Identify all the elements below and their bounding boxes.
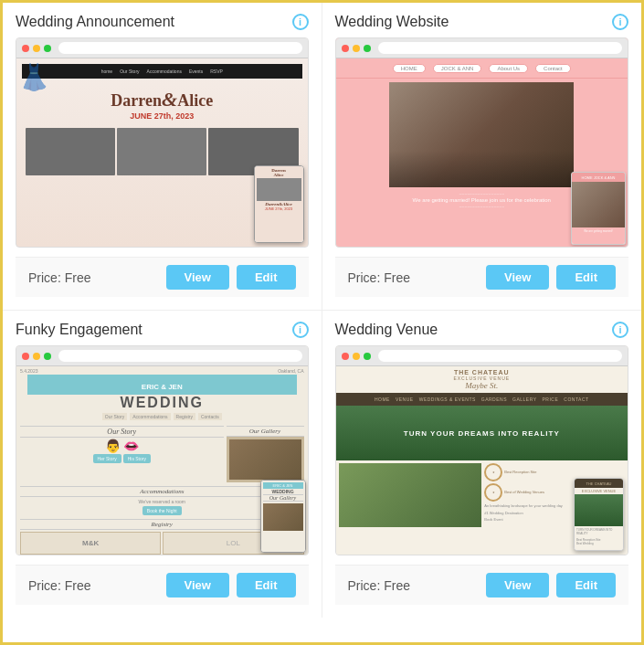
tablet-content-2: We are getting married! <box>572 227 625 235</box>
tablet-text-2: We are getting married! <box>574 229 623 233</box>
nav-item-rsvp: RSVP <box>210 69 223 74</box>
browser-dot-yellow-4 <box>353 353 360 360</box>
nav-item-story: Our Story <box>120 69 139 74</box>
eng-mobile-ribbon: ERIC & JEN <box>263 482 303 489</box>
browser-dot-red-2 <box>342 45 349 52</box>
his-story-btn: His Story <box>123 454 151 463</box>
preview-box-2: HOME JOCK & ANN About Us Contact ~~~~~~~… <box>335 37 629 248</box>
venue-mobile-text: TURN YOUR DREAMS INTO REALITY <box>575 526 623 537</box>
price-4: Price: Free <box>348 578 410 593</box>
view-button-1[interactable]: View <box>166 265 229 290</box>
eng-wedding-text: WEDDING <box>20 395 304 411</box>
gallery-section: Our Gallery <box>227 426 304 482</box>
dress-icon: 👗 <box>18 62 37 99</box>
mobile-title-1: DarrenAlice <box>257 168 301 177</box>
venue-mobile-header: THE CHATEAU <box>575 479 623 488</box>
nav2-home: HOME <box>393 64 426 73</box>
venue-logo: THE CHATEAU <box>339 369 626 375</box>
browser-url-3 <box>58 350 302 362</box>
eng-mobile-photo <box>263 503 303 531</box>
book-night-btn: Book the Night <box>143 506 182 515</box>
card-footer-1: Price: Free View Edit <box>16 257 309 297</box>
info-icon-4[interactable]: i <box>612 322 628 338</box>
browser-bar-3 <box>16 346 308 366</box>
photo-2 <box>117 128 206 175</box>
eng-mobile-screen: ERIC & JEN WEDDING Our Gallery <box>261 481 305 552</box>
eng-date: 5.4.2023 <box>20 368 37 374</box>
card-title-2: Wedding Website <box>335 14 449 30</box>
browser-dot-yellow-3 <box>33 353 40 360</box>
mk-item: M&K <box>20 532 161 555</box>
eng-header: 5.4.2023 Oakland, CA ERIC & JEN WEDDING … <box>16 366 308 424</box>
preview-content-1: 👗 home Our Story Accommodations Events R… <box>16 58 308 247</box>
preview-nav-2: HOME JOCK & ANN About Us Contact <box>336 58 628 79</box>
card-footer-3: Price: Free View Edit <box>16 565 309 605</box>
view-button-4[interactable]: View <box>486 573 549 597</box>
venue-header: THE CHATEAU EXCLUSIVE VENUE Maybe St. <box>336 366 628 393</box>
venue-mobile-awards: Best Reception SiteBest Wedding <box>575 537 623 546</box>
her-story-btn: Her Story <box>93 454 121 463</box>
venue-hero: TURN YOUR DREAMS INTO REALITY <box>336 406 628 460</box>
preview-nav-1: home Our Story Accommodations Events RSV… <box>22 64 302 79</box>
edit-button-2[interactable]: Edit <box>556 265 616 290</box>
browser-dot-yellow-2 <box>353 45 360 52</box>
browser-bar-4 <box>336 346 628 366</box>
eng-names-banner: ERIC & JEN <box>142 383 183 391</box>
edit-button-4[interactable]: Edit <box>556 573 616 597</box>
browser-dot-green-2 <box>364 45 371 52</box>
browser-dot-red-1 <box>22 45 29 52</box>
card-funky-engagement: Funky Engagement i 5.4.2023 Oakland, CA … <box>3 311 322 618</box>
tablet-nav-text: HOME JOCK & ANN <box>582 175 616 180</box>
view-button-2[interactable]: View <box>486 265 549 290</box>
browser-url-2 <box>378 42 623 54</box>
info-icon-2[interactable]: i <box>612 14 628 30</box>
lips-icon: 👄 <box>123 439 139 452</box>
venue-mobile: THE CHATEAU EXCLUSIVE VENUE TURN YOUR DR… <box>574 478 624 551</box>
eng-mobile-gallery: Our Gallery <box>263 494 303 502</box>
browser-url-4 <box>378 350 623 362</box>
mustache-area: 👨 👄 <box>20 439 224 452</box>
btn-group-4: View Edit <box>486 573 616 597</box>
main-title-area: Darren&Alice JUNE 27th, 2023 <box>22 79 302 128</box>
story-gallery-section: Our Story 👨 👄 Her Story His Story Our Ga… <box>16 424 308 484</box>
award-badge-2: ★ <box>484 483 502 502</box>
price-3: Price: Free <box>28 578 90 593</box>
award-text-2: Best of Wedding Venues <box>504 490 544 494</box>
card-title-1: Wedding Announcement <box>16 14 174 30</box>
edit-button-3[interactable]: Edit <box>237 573 296 597</box>
venue-mobile-screen: THE CHATEAU EXCLUSIVE VENUE TURN YOUR DR… <box>575 479 623 550</box>
eng-nav-story: Our Story <box>102 413 127 420</box>
info-icon-1[interactable]: i <box>292 14 309 30</box>
ribbon-banner: ERIC & JEN <box>27 375 297 395</box>
tablet-screen-2: HOME JOCK & ANN We are getting married! <box>572 173 625 244</box>
couple-names: Darren&Alice <box>49 88 275 111</box>
wedding-date: JUNE 27th, 2023 <box>49 111 275 121</box>
tablet-nav-2: HOME JOCK & ANN <box>572 173 625 182</box>
venue-nav-price: PRICE <box>543 397 559 402</box>
eng-location: Oakland, CA <box>278 368 303 374</box>
browser-bar-2 <box>336 38 628 58</box>
view-button-3[interactable]: View <box>166 573 229 597</box>
venue-nav-gallery: GALLERY <box>512 397 536 402</box>
price-2: Price: Free <box>348 270 410 285</box>
browser-bar-1 <box>16 38 308 58</box>
award-text-1: Best Reception Site <box>504 470 536 474</box>
edit-button-1[interactable]: Edit <box>237 265 296 290</box>
mobile-overlay-1: DarrenAlice Darren&Alice JUNE 27th, 2023 <box>254 165 304 243</box>
browser-dot-yellow-1 <box>33 45 40 52</box>
mustache-icon: 👨 <box>105 439 121 452</box>
card-wedding-website: Wedding Website i HOME JOCK & ANN About … <box>322 3 642 311</box>
nav-item-home: home <box>101 69 113 74</box>
story-btn-row: Her Story His Story <box>20 454 224 463</box>
venue-nav-home: HOME <box>375 397 390 402</box>
tablet-overlay-2: HOME JOCK & ANN We are getting married! <box>571 172 626 245</box>
info-icon-3[interactable]: i <box>292 322 309 338</box>
photo-1 <box>26 128 115 175</box>
card-header-4: Wedding Venue i <box>335 322 629 338</box>
venue-main-img <box>339 463 482 527</box>
browser-dot-green-4 <box>364 353 371 360</box>
venue-nav-gardens: GARDENS <box>481 397 507 402</box>
mobile-date-1: JUNE 27th, 2023 <box>257 206 301 211</box>
browser-dot-red-3 <box>22 353 29 360</box>
card-header-3: Funky Engagement i <box>16 322 309 338</box>
